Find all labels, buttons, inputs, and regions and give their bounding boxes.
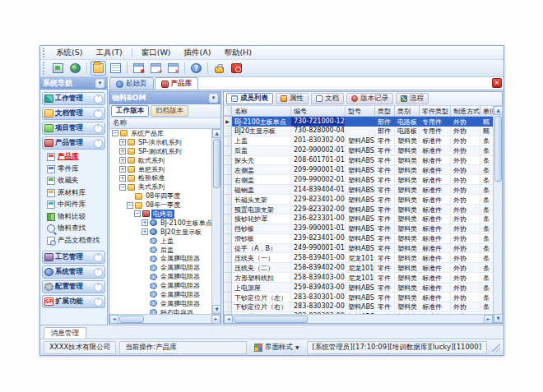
document-tab-product[interactable]: 产品库 bbox=[155, 77, 199, 90]
members-tab-成员列表[interactable]: 成员列表 bbox=[226, 93, 273, 104]
tree-scroll-right-button[interactable]: ► bbox=[211, 315, 220, 324]
tree-node-金属膜电阻器[interactable]: 金属膜电阻器 bbox=[109, 290, 211, 299]
tree-expander[interactable]: + bbox=[142, 228, 148, 235]
chevron-down-icon[interactable]: ˅ bbox=[94, 95, 103, 104]
sidebar-group-系统管理[interactable]: 系统管理˅ bbox=[42, 265, 105, 279]
menu-gripper[interactable] bbox=[43, 48, 47, 58]
chevron-down-icon[interactable]: ˅ bbox=[94, 283, 103, 292]
tree-node-SP-演示机系列[interactable]: +SP-演示机系列 bbox=[109, 138, 211, 147]
tree-node-BJ-2100主板单点[interactable]: +BJ-2100主板单点 bbox=[109, 219, 211, 228]
table-row[interactable]: 上盖201-830302-00E塑料ABS零件塑料类标准件外协条 bbox=[224, 136, 493, 146]
window-resize-grip[interactable] bbox=[492, 344, 500, 352]
chevron-down-icon[interactable]: ˅ bbox=[94, 109, 103, 118]
toolbar-gripper[interactable] bbox=[43, 62, 47, 75]
members-tab-文档[interactable]: 文档 bbox=[311, 93, 344, 104]
tree-node-系统产品库[interactable]: −系统产品库 bbox=[109, 129, 211, 138]
interface-style-button[interactable]: 界面样式 ▼ bbox=[250, 341, 304, 354]
sidebar-group-工艺管理[interactable]: 工艺管理˅ bbox=[42, 251, 105, 264]
tree-scroll-up-button[interactable]: ▲ bbox=[212, 129, 221, 138]
tree-node-金属膜电阻器[interactable]: 金属膜电阻器 bbox=[109, 272, 211, 281]
sidebar-item-零件库[interactable]: 零件库 bbox=[47, 164, 105, 176]
chevron-down-icon[interactable]: ˅ bbox=[94, 297, 103, 307]
sidebar-item-物料比较[interactable]: 物料比较 bbox=[47, 211, 105, 224]
tree-expander[interactable]: + bbox=[119, 175, 126, 182]
tree-column-header[interactable]: 名称 bbox=[109, 118, 220, 129]
tree-node-上盖[interactable]: 上盖 bbox=[109, 237, 211, 246]
tree-expander[interactable]: + bbox=[142, 219, 148, 226]
tree-node-独石电容器[interactable]: 独石电容器 bbox=[109, 308, 211, 314]
sidebar-group-文档管理[interactable]: 文档管理˅ bbox=[42, 107, 105, 120]
table-row[interactable]: 磁钢盖214-839404-01E塑料ABS零件塑料类标准件外协条 bbox=[224, 185, 493, 195]
grid-scroll-down-button[interactable]: ▼ bbox=[494, 314, 503, 323]
column-header-零件类型[interactable]: 零件类型 bbox=[420, 106, 451, 116]
sidebar-group-工作管理[interactable]: 工作管理˅ bbox=[42, 92, 105, 105]
tree-vertical-scrollbar[interactable]: ▲ ▼ bbox=[211, 129, 220, 314]
column-header-编号[interactable]: 编号 bbox=[291, 106, 346, 116]
win-close-toolbar-button[interactable] bbox=[165, 61, 181, 76]
grid-toolbar-button[interactable] bbox=[108, 61, 123, 76]
chevron-down-icon[interactable]: ˅ bbox=[94, 124, 103, 133]
table-row[interactable]: ▶BJ-2100主板单点730-721000-12E部件电路板专用件外协颗 bbox=[224, 117, 493, 127]
tree-node-美式系列[interactable]: −美式系列 bbox=[109, 182, 211, 191]
tree-expander[interactable]: − bbox=[112, 130, 118, 136]
help-toolbar-button[interactable] bbox=[188, 61, 204, 76]
monitor-toolbar-button[interactable] bbox=[50, 61, 66, 76]
tree-expander[interactable]: + bbox=[119, 166, 126, 173]
tree-expander[interactable]: + bbox=[119, 148, 126, 154]
tree-expander[interactable]: − bbox=[119, 184, 126, 191]
table-row[interactable]: 方形塑料线扣258-839403-00E尼龙1010零件塑料类标准件外协条 bbox=[224, 273, 493, 283]
tree-node-电烤箱[interactable]: −电烤箱 bbox=[109, 210, 211, 219]
sidebar-item-原材料库[interactable]: 原材料库 bbox=[47, 187, 105, 200]
grid-hscroll-thumb[interactable] bbox=[234, 316, 308, 323]
chevron-up-icon[interactable]: ˄ bbox=[94, 139, 103, 148]
tree-scroll-down-button[interactable]: ▼ bbox=[212, 305, 221, 314]
tree-node-08年四季度[interactable]: 08年四季度 bbox=[109, 191, 211, 201]
column-header-类别[interactable]: 类别 bbox=[395, 106, 420, 116]
tree-node-08年一季度[interactable]: −08年一季度 bbox=[109, 201, 211, 210]
table-row[interactable]: 预置电源支架229-823302-00E塑料ABS零件塑料类标准件外协条 bbox=[224, 205, 493, 214]
members-tab-版本记录[interactable]: 版本记录 bbox=[346, 93, 393, 104]
sidebar-group-扩展功能[interactable]: SP扩展功能˅ bbox=[42, 295, 105, 308]
menu-item-2[interactable]: 工具(T) bbox=[89, 47, 128, 59]
grid-scroll-left-button[interactable]: ◄ bbox=[224, 315, 233, 324]
table-row[interactable]: 接钞轮护罩236-823301-00E塑料ABS零件塑料类标准件外协条 bbox=[224, 214, 493, 224]
grid-vertical-scrollbar[interactable]: ▲ ▼ bbox=[493, 106, 502, 323]
bom-pin-button[interactable]: ▾ bbox=[209, 94, 218, 103]
table-row[interactable]: 探头壳208-601701-01E塑料ABS零件塑料类标准件外协条 bbox=[224, 156, 493, 166]
win-new-toolbar-button[interactable] bbox=[131, 61, 146, 76]
tree-expander[interactable]: − bbox=[127, 202, 133, 209]
bom-tab-归档版本[interactable]: 归档版本 bbox=[151, 105, 188, 117]
tree-hscroll-thumb[interactable] bbox=[119, 316, 144, 323]
table-row[interactable]: 滑钞板239-823401-00E塑料ABS零件塑料类标准件外协条 bbox=[224, 234, 493, 244]
tree-vscroll-thumb[interactable] bbox=[213, 139, 220, 188]
tree-expander[interactable]: + bbox=[119, 157, 126, 164]
sidebar-group-产品管理[interactable]: 产品管理˄ bbox=[42, 136, 105, 150]
column-header-类型[interactable]: 类型 bbox=[375, 106, 395, 116]
sidebar-group-配置管理[interactable]: 配置管理˅ bbox=[42, 280, 105, 293]
table-row[interactable]: 长磁头支架229-823401-00E塑料ABS零件塑料类标准件外协条 bbox=[224, 195, 493, 205]
menu-item-1[interactable]: 系统(S) bbox=[49, 47, 89, 59]
tree-expander[interactable]: + bbox=[119, 139, 126, 145]
tree-node-检验标准[interactable]: +检验标准 bbox=[109, 173, 211, 182]
sidebar-item-中间件库[interactable]: 中间件库 bbox=[47, 199, 105, 211]
document-tab-home[interactable]: 起始页 bbox=[109, 77, 154, 90]
tree-node-BJ20主显示板[interactable]: +BJ20主显示板 bbox=[109, 228, 211, 237]
members-tab-属性[interactable]: 属性 bbox=[276, 93, 309, 104]
grid-horizontal-scrollbar[interactable]: ◄ ► bbox=[224, 314, 493, 323]
tree-node-金属膜电阻器[interactable]: 金属膜电阻器 bbox=[109, 263, 211, 272]
tree-horizontal-scrollbar[interactable]: ◄ ► bbox=[109, 314, 220, 323]
table-row[interactable]: 提手（A．B）249-990001-01E塑料ABS零件塑料类标准件外协条 bbox=[224, 244, 493, 254]
tree-node-金属膜电阻器[interactable]: 金属膜电阻器 bbox=[109, 281, 211, 290]
table-row[interactable]: 挡钞板239-990001-01E塑料ABS零件塑料类标准件外协条 bbox=[224, 224, 493, 234]
close-document-button[interactable]: ✕ bbox=[492, 78, 502, 88]
column-header-单位[interactable]: 单位 bbox=[480, 106, 493, 116]
tree-expander[interactable]: − bbox=[134, 210, 141, 217]
sidebar-group-项目管理[interactable]: 项目管理˅ bbox=[42, 122, 105, 135]
table-row[interactable]: 下钞定位片（右）283-830302-00E塑料ABS零件塑料类标准件外协条 bbox=[224, 302, 493, 312]
tree-node-后盖[interactable]: 后盖 bbox=[109, 246, 211, 255]
grid-scroll-right-button[interactable]: ► bbox=[484, 315, 493, 324]
grid-scroll-up-button[interactable]: ▲ bbox=[494, 106, 503, 115]
table-row[interactable]: BJ20主显示板730-828000-04E部件电路板专用件外协颗 bbox=[224, 127, 493, 136]
tree-node-金属膜电阻器[interactable]: 金属膜电阻器 bbox=[109, 254, 211, 263]
sidebar-item-物料查找[interactable]: 物料查找 bbox=[47, 223, 105, 235]
